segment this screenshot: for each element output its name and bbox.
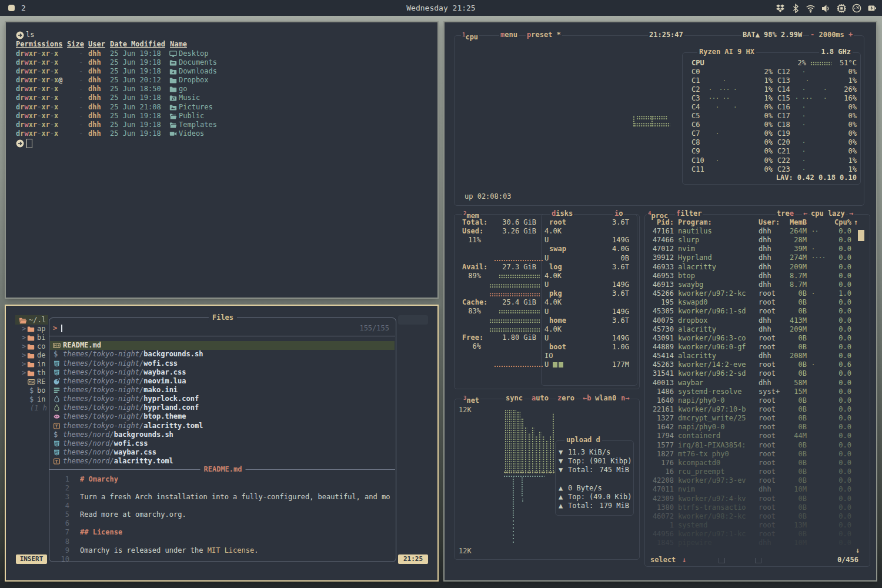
net-tab[interactable]: 3net [462, 394, 480, 405]
process-name[interactable]: kworker/u97:4-kv [678, 495, 746, 503]
file-row[interactable]: drwxr-xr-x-dhh25 Jun 18:50go [16, 85, 427, 93]
terminal-window[interactable]: lsPermissionsSizeUserDate ModifiedNamedr… [6, 22, 437, 298]
process-name[interactable]: dmcrypt_write/25 [678, 414, 746, 423]
process-name[interactable]: kworker/u97:1-kc [678, 530, 746, 539]
process-name[interactable]: nvim [678, 485, 695, 494]
tree-item[interactable]: >bi [6, 333, 48, 342]
preset-button[interactable]: preset * [526, 31, 562, 39]
picker-item[interactable]: themes/nord/wofi.css [50, 439, 395, 448]
proc-header-cpu[interactable]: Cpu% [834, 218, 851, 227]
btop-window[interactable]: 1cpumenupreset *21:25:47BAT▲ 98% 2.99W- … [445, 22, 876, 580]
tree-item[interactable]: $in [6, 395, 48, 404]
process-name[interactable]: systemd-resolve [678, 387, 741, 396]
tree-item[interactable]: (1 h [6, 404, 48, 413]
proc-header-user[interactable]: User: [759, 218, 780, 227]
picker-item[interactable]: themes/tokyo-night/alacritty.toml [50, 422, 395, 430]
picker-item[interactable]: themes/nord/waybar.css [50, 448, 395, 457]
file-row[interactable]: drwxr-xr-x-dhh25 Jun 19:18Desktop [16, 49, 427, 58]
io-toggle[interactable]: io [613, 209, 624, 218]
picker-item[interactable]: $themes/nord/backgrounds.sh [50, 430, 395, 439]
tree-item[interactable]: RE [6, 377, 48, 386]
process-name[interactable]: nvim [678, 245, 695, 253]
net-sync-button[interactable]: sync [505, 394, 524, 403]
process-name[interactable]: kworker/14:2-eve [678, 360, 746, 369]
process-name[interactable]: kworker/u98:2-kc [678, 512, 746, 521]
process-name[interactable]: rcu_preempt [678, 467, 724, 476]
proc-header-mem[interactable]: MemB [790, 218, 807, 227]
bar-clock[interactable]: Wednesday 21:25 [406, 4, 475, 12]
picker-item[interactable]: themes/tokyo-night/btop.theme [50, 412, 395, 421]
wifi-icon[interactable] [806, 4, 815, 13]
picker-item[interactable]: $themes/tokyo-night/backgrounds.sh [50, 350, 395, 359]
process-name[interactable]: kworker/u97:2-kc [678, 289, 746, 298]
picker-item[interactable]: README.md [50, 341, 395, 350]
process-name[interactable]: kworker/u97:10-b [678, 405, 746, 414]
tree-item[interactable]: >in [6, 360, 48, 369]
file-row[interactable]: drwxr-xr-x-dhh25 Jun 19:18Templates [16, 121, 427, 129]
neovim-window[interactable]: ~/.l>ap>bi>co>de>in>thRE$bo$in(1 hINSERT… [6, 306, 437, 580]
process-name[interactable]: napi/phy0-0 [678, 423, 724, 432]
cpu-chip-icon[interactable] [837, 4, 846, 13]
process-name[interactable]: napi/phy0-0 [678, 396, 724, 405]
tree-toggle-button[interactable]: tree [776, 209, 795, 218]
proc-header-pid[interactable]: Pid: [657, 218, 674, 227]
file-row[interactable]: drwxr-xr-x-dhh25 Jun 19:18Music [16, 93, 427, 102]
process-name[interactable]: nautilus [678, 227, 712, 236]
process-name[interactable]: alacritty [678, 263, 716, 272]
process-name[interactable]: btrfs-transactio [678, 503, 746, 512]
process-name[interactable]: mt76-tx phy0 [678, 450, 729, 459]
process-name[interactable]: irq/81-PIXA3854: [678, 441, 746, 450]
interval-control[interactable]: - 2000ms + [809, 31, 854, 39]
tree-item[interactable]: >th [6, 369, 48, 377]
process-name[interactable]: dropbox [678, 316, 708, 325]
select-label[interactable]: select [649, 556, 677, 564]
process-name[interactable]: Hyprland [678, 253, 712, 262]
volume-icon[interactable] [821, 4, 830, 13]
process-name[interactable]: btop [678, 272, 695, 280]
disks-title[interactable]: disks [550, 209, 574, 218]
dropbox-icon[interactable] [775, 4, 784, 13]
filter-button[interactable]: filter [675, 209, 703, 218]
picker-item[interactable]: themes/tokyo-night/hyprlock.conf [50, 395, 395, 403]
process-name[interactable]: kworker/u96:0-gf [678, 343, 746, 352]
file-row[interactable]: drwxr-xr-x-dhh25 Jun 21:08Pictures [16, 103, 427, 112]
process-name[interactable]: alacritty [678, 352, 716, 360]
menu-button[interactable]: menu [499, 31, 519, 39]
terminal-command[interactable]: ls [26, 31, 34, 39]
battery-icon[interactable] [867, 4, 877, 13]
tree-item[interactable]: $bo [6, 386, 48, 395]
process-name[interactable]: containerd [678, 432, 720, 440]
proc-next-button[interactable]: → [848, 209, 854, 218]
net-prev-button[interactable]: ←b [582, 394, 592, 403]
omarchy-logo-icon[interactable] [8, 5, 15, 11]
workspace-indicator[interactable]: 2 [21, 4, 26, 12]
net-next-button[interactable]: n→ [620, 394, 630, 403]
proc-scrollbar[interactable] [858, 230, 864, 241]
picker-item[interactable]: themes/tokyo-night/hyprland.conf [50, 403, 395, 412]
file-row[interactable]: drwxr-xr-x-dhh25 Jun 19:18Videos [16, 129, 427, 138]
process-name[interactable]: pipewire [678, 539, 712, 547]
file-row[interactable]: drwxr-xr-x-dhh25 Jun 19:18Public [16, 112, 427, 121]
gauge-icon[interactable] [852, 4, 861, 13]
tree-item[interactable]: >ap [6, 325, 48, 333]
proc-prev-button[interactable]: ← [802, 209, 808, 218]
process-name[interactable]: kworker/u96:1-sd [678, 307, 746, 316]
picker-item[interactable]: themes/tokyo-night/waybar.css [50, 368, 395, 377]
process-name[interactable]: waybar [678, 379, 703, 387]
tree-item[interactable]: >de [6, 351, 48, 360]
file-row[interactable]: drwxr-xr-x-dhh25 Jun 19:18Documents [16, 58, 427, 67]
process-name[interactable]: alacritty [678, 325, 716, 334]
picker-item[interactable]: themes/tokyo-night/wofi.css [50, 359, 395, 368]
net-auto-button[interactable]: auto [530, 394, 550, 403]
bluetooth-icon[interactable] [791, 4, 800, 13]
process-name[interactable]: kcompactd0 [678, 459, 720, 467]
process-name[interactable]: systemd [678, 521, 708, 530]
tree-item[interactable]: ~/.l [6, 316, 48, 325]
picker-prompt[interactable]: > [53, 324, 57, 333]
net-zero-button[interactable]: zero [556, 394, 576, 403]
process-name[interactable]: kworker/u96:2-sd [678, 369, 746, 378]
proc-header-program[interactable]: Program: [678, 218, 712, 227]
cpu-tab[interactable]: 1cpu [461, 31, 479, 42]
process-name[interactable]: swaybg [678, 280, 703, 289]
file-row[interactable]: drwxr-xr-x-dhh25 Jun 19:18Downloads [16, 67, 427, 76]
